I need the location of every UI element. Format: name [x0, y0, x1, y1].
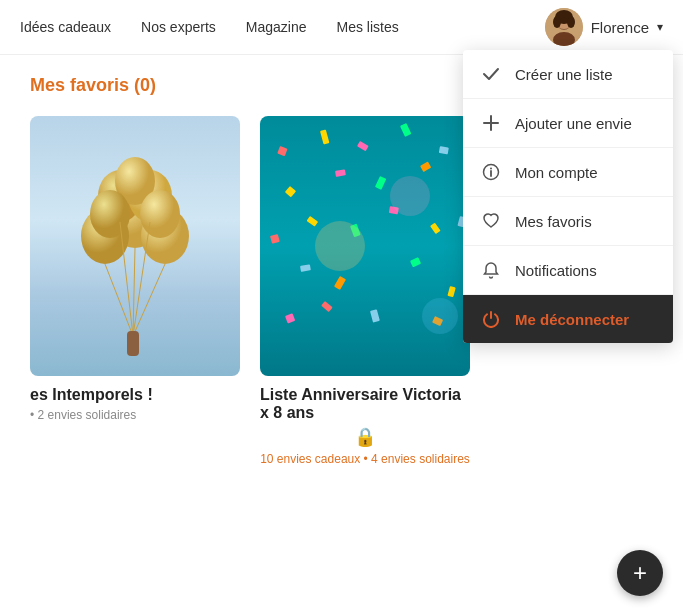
nav-idees[interactable]: Idées cadeaux [20, 19, 111, 35]
svg-point-5 [553, 16, 561, 28]
nav-magazine[interactable]: Magazine [246, 19, 307, 35]
svg-point-19 [140, 190, 180, 238]
card-victoria-title: Liste Anniversaire Victoria x 8 ans [260, 386, 470, 422]
menu-ajouter-envie[interactable]: Ajouter une envie [463, 99, 673, 148]
avatar [545, 8, 583, 46]
svg-rect-41 [430, 223, 441, 235]
menu-creer-liste[interactable]: Créer une liste [463, 50, 673, 99]
nav-experts[interactable]: Nos experts [141, 19, 216, 35]
svg-line-22 [133, 264, 165, 336]
add-fab[interactable]: + [617, 550, 663, 596]
lock-icon: 🔒 [260, 426, 470, 448]
username: Florence [591, 19, 649, 36]
card-victoria[interactable]: Liste Anniversaire Victoria x 8 ans 🔒 10… [260, 116, 470, 466]
menu-deconnecter-label: Me déconnecter [515, 311, 629, 328]
menu-mon-compte[interactable]: Mon compte [463, 148, 673, 197]
navbar: Idées cadeaux Nos experts Magazine Mes l… [0, 0, 683, 55]
menu-notifications[interactable]: Notifications [463, 246, 673, 295]
menu-creer-liste-label: Créer une liste [515, 66, 613, 83]
user-dropdown: Créer une liste Ajouter une envie Mon co… [463, 50, 673, 343]
card-intemporels-subtitle: • 2 envies solidaires [30, 408, 240, 422]
menu-mes-favoris[interactable]: Mes favoris [463, 197, 673, 246]
svg-point-52 [315, 221, 365, 271]
info-circle-icon [481, 162, 501, 182]
svg-rect-44 [334, 276, 346, 290]
svg-rect-37 [270, 234, 280, 244]
card-victoria-image [260, 116, 470, 376]
menu-mes-favoris-label: Mes favoris [515, 213, 592, 230]
svg-rect-25 [127, 331, 139, 356]
card-victoria-meta: 10 envies cadeaux • 4 envies solidaires [260, 452, 470, 466]
svg-point-11 [490, 168, 492, 170]
svg-rect-35 [420, 162, 431, 173]
user-menu-trigger[interactable]: Florence ▾ [545, 8, 663, 46]
svg-rect-46 [447, 286, 455, 297]
heart-icon [481, 211, 501, 231]
svg-rect-27 [320, 129, 329, 144]
svg-point-53 [390, 176, 430, 216]
svg-rect-26 [277, 146, 287, 156]
menu-notifications-label: Notifications [515, 262, 597, 279]
svg-rect-48 [321, 301, 333, 312]
svg-rect-43 [300, 264, 311, 272]
svg-rect-45 [410, 257, 421, 267]
menu-deconnecter[interactable]: Me déconnecter [463, 295, 673, 343]
svg-rect-47 [285, 313, 295, 323]
card-intemporels-title: es Intemporels ! [30, 386, 240, 404]
menu-ajouter-envie-label: Ajouter une envie [515, 115, 632, 132]
card-intemporels[interactable]: es Intemporels ! • 2 envies solidaires [30, 116, 240, 466]
power-icon [481, 309, 501, 329]
svg-rect-30 [439, 146, 449, 154]
svg-point-54 [422, 298, 458, 334]
svg-rect-33 [335, 169, 346, 177]
card-intemporels-image [30, 116, 240, 376]
svg-rect-38 [307, 216, 319, 227]
svg-point-18 [90, 190, 130, 238]
bell-icon [481, 260, 501, 280]
svg-rect-29 [400, 123, 411, 137]
svg-rect-49 [370, 309, 380, 322]
svg-rect-34 [375, 176, 386, 190]
svg-rect-28 [357, 141, 369, 151]
plus-icon [481, 113, 501, 133]
nav-listes[interactable]: Mes listes [336, 19, 398, 35]
svg-rect-32 [285, 186, 296, 197]
chevron-down-icon: ▾ [657, 20, 663, 34]
menu-mon-compte-label: Mon compte [515, 164, 598, 181]
svg-point-6 [567, 16, 575, 28]
check-icon [481, 64, 501, 84]
